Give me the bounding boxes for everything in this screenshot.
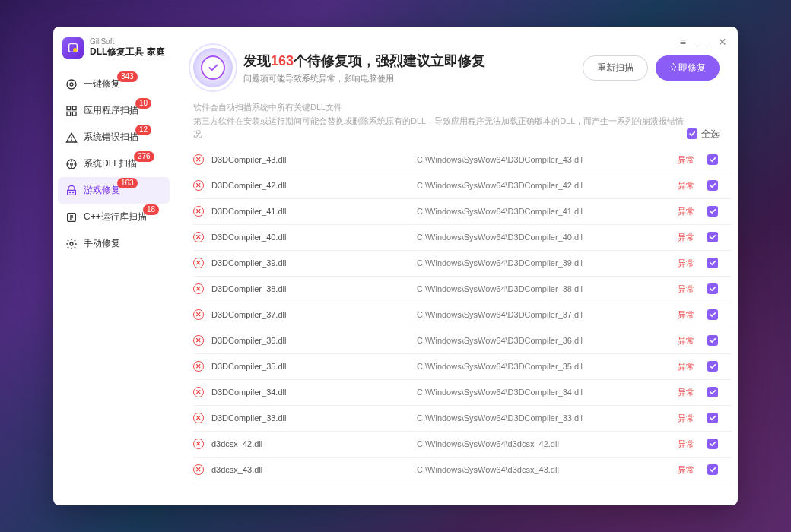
row-name: D3DCompiler_38.dll <box>211 284 417 293</box>
header-text: 发现163个待修复项，强烈建议立即修复 问题项可能导致系统异常，影响电脑使用 <box>243 52 485 84</box>
row-checkbox[interactable] <box>701 335 724 346</box>
logo: GiliSoft DLL修复工具 家庭 <box>53 37 174 71</box>
row-status: 异常 <box>671 335 701 347</box>
nav-item[interactable]: 手动修复 <box>53 230 174 257</box>
list-row[interactable]: ✕ D3DCompiler_37.dll C:\Windows\SysWow64… <box>193 302 732 328</box>
error-icon: ✕ <box>193 387 204 397</box>
row-checkbox[interactable] <box>701 180 724 191</box>
row-status: 异常 <box>671 439 701 450</box>
minimize-icon[interactable]: — <box>697 36 707 48</box>
svg-point-2 <box>67 80 76 89</box>
description: 软件会自动扫描系统中所有关键DLL文件 第三方软件在安装或运行期间可能会替换或删… <box>175 101 738 147</box>
list-row[interactable]: ✕ D3DCompiler_41.dll C:\Windows\SysWow64… <box>193 199 732 225</box>
svg-point-17 <box>72 192 73 192</box>
header: 发现163个待修复项，强烈建议立即修复 问题项可能导致系统异常，影响电脑使用 重… <box>175 27 738 101</box>
error-icon: ✕ <box>193 258 204 268</box>
nav-badge: 18 <box>143 204 159 215</box>
nav-label: 应用程序扫描 <box>84 104 138 117</box>
row-checkbox[interactable] <box>701 439 724 449</box>
list-row[interactable]: ✕ D3DCompiler_38.dll C:\Windows\SysWow64… <box>193 277 732 302</box>
list-row[interactable]: ✕ d3dcsx_42.dll C:\Windows\SysWow64\d3dc… <box>193 432 732 458</box>
rescan-button[interactable]: 重新扫描 <box>583 55 648 81</box>
list-row[interactable]: ✕ D3DCompiler_33.dll C:\Windows\SysWow64… <box>193 406 732 432</box>
list-row[interactable]: ✕ D3DCompiler_35.dll C:\Windows\SysWow64… <box>193 354 732 380</box>
list-row[interactable]: ✕ D3DCompiler_42.dll C:\Windows\SysWow64… <box>193 173 732 199</box>
row-path: C:\Windows\SysWow64\D3DCompiler_37.dll <box>417 310 671 319</box>
close-icon[interactable]: ✕ <box>718 36 727 48</box>
dll-list[interactable]: ✕ D3DCompiler_43.dll C:\Windows\SysWow64… <box>175 147 738 505</box>
row-checkbox[interactable] <box>701 387 724 397</box>
row-status: 异常 <box>671 309 701 321</box>
nav-icon <box>65 185 78 197</box>
row-status: 异常 <box>671 258 701 269</box>
error-icon: ✕ <box>193 154 204 165</box>
nav-icon <box>65 211 78 223</box>
desc-line2: 第三方软件在安装或运行期间可能会替换或删除系统原有的DLL，导致应用程序无法加载… <box>193 115 687 141</box>
list-row[interactable]: ✕ D3DCompiler_40.dll C:\Windows\SysWow64… <box>193 225 732 251</box>
menu-icon[interactable]: ≡ <box>680 36 686 48</box>
list-row[interactable]: ✕ d3dcsx_43.dll C:\Windows\SysWow64\d3dc… <box>193 458 732 483</box>
nav-badge: 10 <box>135 98 151 109</box>
row-status: 异常 <box>671 387 701 398</box>
row-checkbox[interactable] <box>701 464 724 475</box>
logo-title: DLL修复工具 家庭 <box>90 46 165 59</box>
svg-point-15 <box>71 163 73 165</box>
list-row[interactable]: ✕ D3DCompiler_43.dll C:\Windows\SysWow64… <box>193 147 732 173</box>
row-checkbox[interactable] <box>701 309 724 320</box>
row-name: D3DCompiler_40.dll <box>211 233 417 242</box>
row-name: D3DCompiler_37.dll <box>211 310 417 319</box>
row-checkbox[interactable] <box>701 206 724 217</box>
row-checkbox[interactable] <box>701 413 724 423</box>
nav-label: 一键修复 <box>84 78 120 90</box>
error-icon: ✕ <box>193 361 204 372</box>
row-checkbox[interactable] <box>701 258 724 268</box>
status-circle-icon <box>193 48 233 87</box>
nav-icon <box>65 78 78 90</box>
error-icon: ✕ <box>193 283 204 294</box>
row-checkbox[interactable] <box>701 283 724 294</box>
desc-line1: 软件会自动扫描系统中所有关键DLL文件 <box>193 101 687 115</box>
select-all-checkbox[interactable]: 全选 <box>687 127 720 141</box>
row-path: C:\Windows\SysWow64\D3DCompiler_36.dll <box>417 336 671 345</box>
error-icon: ✕ <box>193 206 204 217</box>
svg-rect-4 <box>67 106 71 110</box>
row-name: D3DCompiler_39.dll <box>211 258 417 268</box>
nav-item[interactable]: C++运行库扫描 18 <box>53 204 174 230</box>
row-checkbox[interactable] <box>701 361 724 372</box>
row-status: 异常 <box>671 180 701 192</box>
nav-list: 一键修复 343 应用程序扫描 10 系统错误扫描 12 系统DLL扫描 276… <box>53 71 174 257</box>
header-actions: 重新扫描 立即修复 <box>583 55 720 81</box>
nav-label: 系统DLL扫描 <box>84 157 137 170</box>
row-name: d3dcsx_42.dll <box>211 439 417 448</box>
svg-rect-6 <box>67 112 71 116</box>
row-status: 异常 <box>671 232 701 243</box>
row-checkbox[interactable] <box>701 154 724 165</box>
row-checkbox[interactable] <box>701 232 724 242</box>
nav-label: C++运行库扫描 <box>84 211 147 223</box>
logo-brand: GiliSoft <box>90 37 165 46</box>
list-row[interactable]: ✕ D3DCompiler_39.dll C:\Windows\SysWow64… <box>193 251 732 277</box>
svg-point-3 <box>70 83 73 86</box>
row-name: D3DCompiler_33.dll <box>211 413 417 423</box>
nav-item[interactable]: 游戏修复 163 <box>58 177 170 204</box>
row-name: D3DCompiler_41.dll <box>211 207 417 216</box>
row-path: C:\Windows\SysWow64\D3DCompiler_41.dll <box>417 207 671 216</box>
nav-item[interactable]: 系统错误扫描 12 <box>53 124 174 150</box>
svg-point-1 <box>73 48 77 52</box>
row-status: 异常 <box>671 206 701 217</box>
nav-icon <box>65 105 78 117</box>
row-path: C:\Windows\SysWow64\D3DCompiler_35.dll <box>417 362 671 371</box>
row-status: 异常 <box>671 464 701 476</box>
list-row[interactable]: ✕ D3DCompiler_36.dll C:\Windows\SysWow64… <box>193 328 732 354</box>
error-icon: ✕ <box>193 335 204 346</box>
repair-button[interactable]: 立即修复 <box>656 55 720 81</box>
nav-item[interactable]: 系统DLL扫描 276 <box>53 150 174 177</box>
row-status: 异常 <box>671 413 701 424</box>
nav-item[interactable]: 应用程序扫描 10 <box>53 97 174 124</box>
row-status: 异常 <box>671 361 701 372</box>
list-row[interactable]: ✕ D3DCompiler_34.dll C:\Windows\SysWow64… <box>193 380 732 406</box>
error-icon: ✕ <box>193 309 204 320</box>
row-name: D3DCompiler_35.dll <box>211 362 417 371</box>
nav-item[interactable]: 一键修复 343 <box>53 71 174 97</box>
row-path: C:\Windows\SysWow64\d3dcsx_43.dll <box>417 465 671 474</box>
